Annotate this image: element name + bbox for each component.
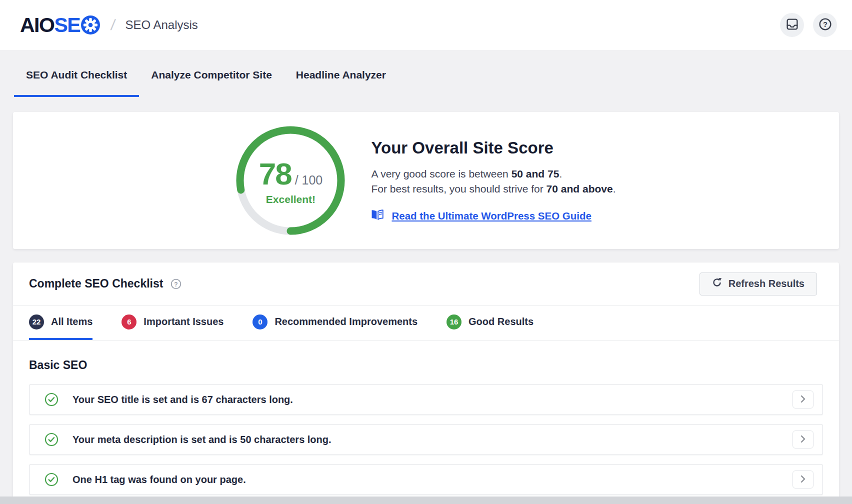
main-tabs: SEO Audit Checklist Analyze Competitor S…	[0, 50, 852, 97]
desc-line1: A very good score is between	[371, 168, 511, 180]
checklist-header: Complete SEO Checklist ? Refresh Results	[13, 262, 839, 306]
chevron-right-icon	[800, 475, 806, 484]
check-circle-icon	[44, 392, 58, 406]
checklist-item-text: Your meta description is set and is 50 c…	[72, 434, 332, 446]
desc-line1-bold: 50 and 75	[512, 168, 560, 180]
chevron-right-icon	[800, 435, 806, 444]
refresh-results-label: Refresh Results	[728, 278, 804, 290]
section-title-basic-seo: Basic SEO	[29, 358, 823, 372]
filter-label-good-results: Good Results	[468, 316, 534, 328]
score-caption: Excellent!	[266, 194, 316, 206]
breadcrumb-page-title: SEO Analysis	[125, 18, 198, 32]
book-icon	[371, 210, 384, 222]
filter-badge-good-results: 16	[446, 314, 462, 330]
filter-badge-recommended-improvements: 0	[252, 314, 268, 330]
tab-seo-audit-checklist[interactable]: SEO Audit Checklist	[14, 50, 139, 97]
filter-badge-important-issues: 6	[122, 314, 136, 330]
seo-guide-link[interactable]: Read the Ultimate WordPress SEO Guide	[371, 210, 591, 222]
expand-item-button[interactable]	[792, 390, 814, 408]
help-button[interactable]: ?	[813, 13, 837, 37]
score-text-block: Your Overall Site Score A very good scor…	[371, 138, 616, 223]
svg-text:?: ?	[823, 20, 828, 28]
header-actions: ?	[780, 13, 837, 37]
filter-important-issues[interactable]: 6 Important Issues	[122, 306, 224, 340]
overall-score-card: 78 / 100 Excellent! Your Overall Site Sc…	[13, 112, 839, 249]
svg-text:?: ?	[174, 280, 178, 288]
checklist-item-seo-title[interactable]: Your SEO title is set and is 67 characte…	[29, 384, 823, 415]
checklist-item-h1-tag[interactable]: One H1 tag was found on your page.	[29, 464, 823, 495]
breadcrumb-separator: /	[110, 16, 116, 34]
chevron-right-icon	[800, 395, 806, 404]
inbox-icon	[786, 18, 799, 32]
notifications-button[interactable]	[780, 13, 804, 37]
filter-label-all-items: All Items	[51, 316, 92, 328]
score-value: 78	[259, 156, 292, 192]
refresh-icon	[712, 278, 722, 290]
expand-item-button[interactable]	[792, 430, 814, 448]
filter-label-important-issues: Important Issues	[144, 316, 224, 328]
refresh-results-button[interactable]: Refresh Results	[700, 272, 817, 296]
viewport-bottom-strip	[0, 496, 852, 504]
checklist-item-meta-description[interactable]: Your meta description is set and is 50 c…	[29, 424, 823, 455]
question-mark-icon: ?	[818, 18, 832, 32]
filter-badge-all-items: 22	[29, 314, 44, 330]
score-value-group: 78 / 100 Excellent!	[236, 126, 345, 235]
tab-analyze-competitor-site[interactable]: Analyze Competitor Site	[139, 50, 284, 97]
logo-text-se: SE	[54, 15, 80, 36]
checklist-title: Complete SEO Checklist	[29, 277, 163, 290]
desc-line2: For best results, you should strive for	[371, 183, 546, 194]
check-circle-icon	[44, 472, 58, 486]
score-title: Your Overall Site Score	[371, 138, 616, 158]
filter-good-results[interactable]: 16 Good Results	[446, 306, 534, 340]
checklist-item-text: One H1 tag was found on your page.	[72, 474, 246, 486]
filter-label-recommended-improvements: Recommended Improvements	[274, 316, 418, 328]
checklist-item-text: Your SEO title is set and is 67 characte…	[72, 394, 293, 406]
expand-item-button[interactable]	[792, 470, 814, 488]
tab-headline-analyzer[interactable]: Headline Analyzer	[284, 50, 398, 97]
filter-all-items[interactable]: 22 All Items	[29, 306, 92, 340]
desc-line1-end: .	[559, 168, 562, 180]
checklist-body: Basic SEO Your SEO title is set and is 6…	[13, 340, 839, 495]
score-max: / 100	[295, 173, 323, 188]
aioseo-logo: AIOSE	[20, 15, 100, 36]
top-header: AIOSE / SEO Analysis	[0, 0, 852, 50]
score-ring: 78 / 100 Excellent!	[236, 126, 345, 235]
check-circle-icon	[44, 432, 58, 446]
logo-text-aio: AIO	[20, 15, 54, 36]
filter-recommended-improvements[interactable]: 0 Recommended Improvements	[252, 306, 418, 340]
seo-checklist-card: Complete SEO Checklist ? Refresh Results…	[13, 262, 839, 504]
gear-logo-icon	[81, 16, 100, 34]
desc-line2-end: .	[613, 183, 616, 194]
seo-guide-link-text: Read the Ultimate WordPress SEO Guide	[392, 210, 591, 222]
desc-line2-bold: 70 and above	[546, 183, 613, 194]
score-description: A very good score is between 50 and 75. …	[371, 166, 616, 197]
help-tooltip-icon[interactable]: ?	[170, 278, 182, 290]
checklist-filters: 22 All Items 6 Important Issues 0 Recomm…	[13, 306, 839, 340]
